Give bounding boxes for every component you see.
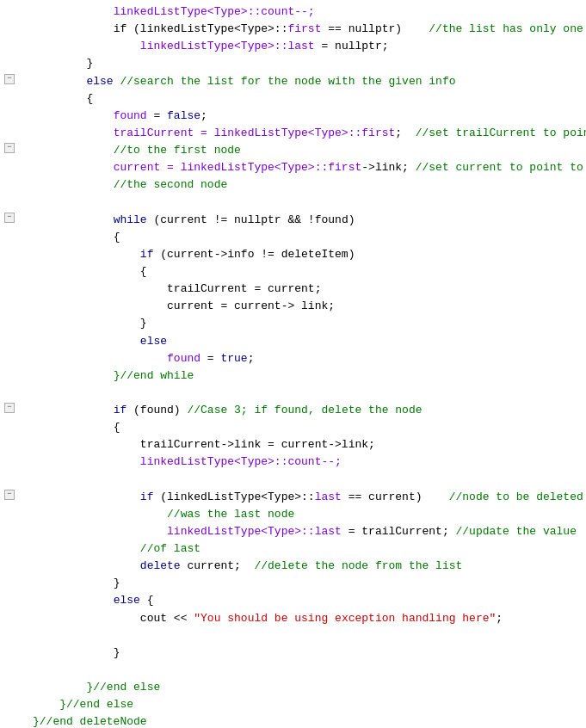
code-content: } <box>29 315 586 332</box>
code-line <box>0 385 586 402</box>
code-indent <box>33 57 86 70</box>
line-gutter <box>0 350 19 351</box>
line-gutter <box>0 645 19 645</box>
line-gutter <box>0 229 19 230</box>
code-line: found = false; <box>0 108 586 125</box>
code-token: (current != nullptr && !found) <box>147 213 355 226</box>
code-line: { <box>0 263 586 281</box>
code-content: if (current->info != deleteItem) <box>29 246 586 263</box>
code-line: } <box>0 645 586 662</box>
code-token: else <box>114 594 140 607</box>
line-gutter <box>0 472 19 472</box>
code-indent <box>33 22 114 35</box>
line-gutter <box>0 298 19 299</box>
code-line: }//end deleteNode <box>0 713 586 728</box>
code-token: if <box>140 248 154 261</box>
line-gutter <box>0 90 19 91</box>
code-token: //update the value <box>456 525 577 538</box>
code-token: else <box>86 75 120 88</box>
code-indent <box>33 646 114 659</box>
code-indent <box>33 144 114 157</box>
code-token: { <box>114 421 120 434</box>
line-gutter <box>0 263 19 264</box>
line-gutter <box>0 315 19 316</box>
code-line: }//end else <box>0 679 586 696</box>
code-line: { <box>0 419 586 436</box>
code-indent <box>33 40 140 52</box>
code-line: linkedListType<Type>::last = nullptr; <box>0 38 586 55</box>
code-indent <box>33 178 114 191</box>
code-indent <box>33 438 140 451</box>
line-gutter <box>0 125 19 126</box>
code-token: }//end else <box>59 698 133 711</box>
line-gutter <box>0 453 19 454</box>
code-token: //node to be deleted <box>449 490 583 503</box>
code-indent <box>33 508 167 521</box>
code-line: trailCurrent->link = current->link; <box>0 436 586 453</box>
code-indent <box>33 404 114 416</box>
code-token: (current->info != deleteItem) <box>153 248 355 261</box>
code-indent <box>33 542 140 555</box>
code-token: (linkedListType<Type>:: <box>153 490 314 503</box>
code-line: } <box>0 315 586 332</box>
code-token: linkedListType<Type>:: <box>140 40 288 52</box>
fold-button[interactable]: − <box>4 403 15 413</box>
code-content: else <box>29 333 586 350</box>
code-token: last <box>315 525 342 538</box>
line-gutter <box>0 333 19 334</box>
code-indent <box>33 317 140 330</box>
fold-button[interactable]: − <box>4 490 15 500</box>
code-token: false <box>167 109 200 122</box>
code-content: else //search the list for the node with… <box>29 73 586 90</box>
code-content: else { <box>29 592 586 609</box>
code-token: }//end deleteNode <box>33 715 147 728</box>
code-content: }//end else <box>29 696 586 713</box>
code-line: − //to the first node <box>0 142 586 159</box>
line-gutter: − <box>0 212 19 223</box>
code-line: { <box>0 90 586 108</box>
code-token: //set current to point to <box>416 161 583 174</box>
code-indent <box>33 126 114 139</box>
code-indent <box>33 231 114 244</box>
line-gutter <box>0 38 19 39</box>
line-gutter <box>0 419 19 420</box>
fold-button[interactable]: − <box>4 213 15 223</box>
code-token: if (linkedListType<Type>:: <box>114 22 288 35</box>
line-gutter <box>0 575 19 576</box>
code-indent <box>33 455 140 468</box>
code-indent <box>33 577 114 589</box>
code-indent <box>33 109 114 122</box>
code-token: //the second node <box>114 178 228 191</box>
line-gutter <box>0 194 19 195</box>
line-gutter <box>0 246 19 247</box>
code-token: if <box>114 404 127 416</box>
code-token: current; <box>181 559 255 572</box>
line-gutter: − <box>0 73 19 84</box>
code-token: == current) <box>342 490 449 503</box>
code-content: //the second node <box>29 176 586 194</box>
code-token: ; <box>496 612 503 625</box>
line-gutter <box>0 367 19 368</box>
code-indent <box>33 612 140 625</box>
line-gutter <box>0 3 19 4</box>
fold-button[interactable]: − <box>4 143 15 153</box>
code-line: − if (found) //Case 3; if found, delete … <box>0 402 586 419</box>
fold-button[interactable]: − <box>4 74 15 84</box>
code-content: { <box>29 90 586 108</box>
code-token: = <box>147 109 167 122</box>
code-line: found = true; <box>0 350 586 367</box>
code-content: } <box>29 55 586 72</box>
code-indent <box>33 369 114 382</box>
code-token: { <box>140 265 147 278</box>
code-content: while (current != nullptr && !found) <box>29 212 586 229</box>
code-line <box>0 472 586 489</box>
code-token: } <box>114 577 120 589</box>
code-line: //of last <box>0 540 586 558</box>
code-token: trailCurrent = linkedListType<Type>:: <box>114 126 362 139</box>
code-token: linkedListType<Type>::count--; <box>140 455 342 468</box>
code-token: //of last <box>140 542 200 555</box>
code-line: trailCurrent = linkedListType<Type>::fir… <box>0 125 586 142</box>
code-token: //search the list for the node with the … <box>120 75 455 88</box>
code-token: //set trailCurrent to point <box>416 126 586 139</box>
line-gutter <box>0 159 19 160</box>
